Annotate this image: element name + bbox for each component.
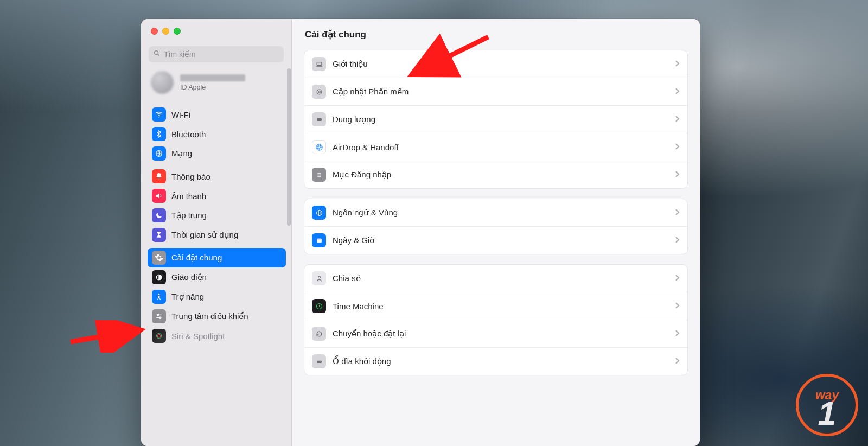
row-date-time[interactable]: Ngày & Giờ	[304, 226, 687, 254]
sidebar-item-label: Bluetooth	[171, 130, 206, 139]
laptop-icon	[312, 57, 326, 71]
sidebar-item-label: Trung tâm điều khiển	[171, 311, 248, 321]
sidebar-item-sound[interactable]: Âm thanh	[148, 186, 286, 206]
sidebar-item-label: Siri & Spotlight	[171, 332, 225, 341]
sliders-icon	[152, 309, 166, 323]
accessibility-icon	[152, 290, 166, 304]
svg-point-9	[159, 317, 161, 318]
svg-point-7	[157, 314, 158, 316]
sidebar-item-appearance[interactable]: Giao diện	[148, 267, 286, 287]
chevron-right-icon	[675, 302, 680, 311]
row-about[interactable]: Giới thiệu	[304, 50, 687, 78]
gear-icon	[152, 251, 166, 265]
svg-point-26	[318, 276, 320, 278]
sidebar-item-label: Tập trung	[171, 211, 207, 220]
chevron-right-icon	[675, 236, 680, 245]
row-label: Cập nhật Phần mềm	[333, 87, 668, 97]
svg-point-29	[320, 361, 321, 362]
svg-rect-16	[317, 118, 322, 121]
sidebar-item-notifications[interactable]: Thông báo	[148, 167, 286, 186]
airdrop-icon	[312, 140, 326, 154]
disk-icon	[312, 112, 326, 126]
row-label: Dung lượng	[333, 114, 668, 124]
svg-point-18	[317, 145, 321, 149]
account-name-redacted	[180, 74, 245, 81]
speaker-icon	[152, 189, 166, 203]
svg-rect-12	[317, 62, 322, 65]
row-label: AirDrop & Handoff	[333, 143, 668, 152]
watermark-logo: way 1	[796, 374, 858, 436]
row-label: Ngôn ngữ & Vùng	[333, 208, 668, 218]
search-input[interactable]	[164, 50, 279, 59]
svg-line-1	[158, 54, 159, 56]
zoom-window-button[interactable]	[174, 28, 181, 35]
row-startup-disk[interactable]: Ổ đĩa khởi động	[304, 347, 687, 375]
row-label: Mục Đăng nhập	[333, 170, 668, 180]
svg-point-14	[317, 90, 322, 94]
hourglass-icon	[152, 228, 166, 242]
sidebar-item-general[interactable]: Cài đặt chung	[148, 248, 286, 267]
chevron-right-icon	[675, 208, 680, 218]
svg-rect-25	[317, 238, 322, 240]
chevron-right-icon	[675, 143, 680, 152]
row-software-update[interactable]: Cập nhật Phần mềm	[304, 78, 687, 105]
moon-icon	[152, 208, 166, 222]
sidebar-item-network[interactable]: Mạng	[148, 144, 286, 163]
calendar-clock-icon	[312, 233, 326, 247]
search-icon	[153, 49, 161, 59]
row-transfer-reset[interactable]: Chuyển hoặc đặt lại	[304, 320, 687, 347]
account-subtitle: ID Apple	[180, 84, 245, 91]
bell-icon	[152, 169, 166, 183]
gear-refresh-icon	[312, 85, 326, 99]
close-window-button[interactable]	[151, 28, 158, 35]
svg-point-11	[157, 334, 161, 337]
sidebar-item-control-center[interactable]: Trung tâm điều khiển	[148, 307, 286, 326]
system-settings-window: ID Apple Wi-Fi Bluetooth	[141, 19, 700, 446]
row-label: Ổ đĩa khởi động	[333, 356, 668, 366]
reset-icon	[312, 327, 326, 341]
chevron-right-icon	[675, 60, 680, 69]
svg-text:1: 1	[818, 395, 837, 432]
sidebar-item-screentime[interactable]: Thời gian sử dụng	[148, 225, 286, 245]
timemachine-icon	[312, 299, 326, 313]
row-language-region[interactable]: Ngôn ngữ & Vùng	[304, 199, 687, 226]
row-time-machine[interactable]: Time Machine	[304, 292, 687, 320]
sidebar-item-focus[interactable]: Tập trung	[148, 206, 286, 225]
window-controls	[141, 19, 291, 43]
row-airdrop-handoff[interactable]: AirDrop & Handoff	[304, 133, 687, 161]
row-login-items[interactable]: Mục Đăng nhập	[304, 161, 687, 188]
siri-icon	[152, 329, 166, 343]
svg-point-15	[318, 91, 320, 93]
sidebar-item-bluetooth[interactable]: Bluetooth	[148, 124, 286, 144]
row-storage[interactable]: Dung lượng	[304, 105, 687, 133]
sidebar: ID Apple Wi-Fi Bluetooth	[141, 19, 292, 446]
chevron-right-icon	[675, 357, 680, 366]
wifi-icon	[152, 107, 166, 122]
search-field[interactable]	[149, 46, 284, 62]
page-title: Cài đặt chung	[304, 27, 688, 50]
avatar	[151, 71, 174, 94]
row-sharing[interactable]: Chia sẻ	[304, 265, 687, 292]
sidebar-apple-id[interactable]: ID Apple	[148, 68, 286, 101]
sidebar-scrollbar[interactable]	[287, 68, 291, 226]
settings-group-1: Giới thiệu Cập nhật Phần mềm Dung lượng	[304, 50, 688, 189]
sidebar-item-label: Thời gian sử dụng	[171, 230, 238, 240]
sidebar-item-accessibility[interactable]: Trợ năng	[148, 287, 286, 307]
bluetooth-icon	[152, 127, 166, 141]
row-label: Giới thiệu	[333, 59, 668, 69]
row-label: Chuyển hoặc đặt lại	[333, 329, 668, 339]
sidebar-item-label: Thông báo	[171, 172, 210, 181]
chevron-right-icon	[675, 329, 680, 339]
svg-point-2	[158, 117, 159, 118]
globe-icon	[312, 206, 326, 220]
svg-point-0	[155, 51, 158, 55]
chevron-right-icon	[675, 274, 680, 283]
main-content: Cài đặt chung Giới thiệu Cập nhật Phần m…	[292, 19, 700, 446]
minimize-window-button[interactable]	[162, 28, 169, 35]
list-icon	[312, 168, 326, 182]
sidebar-item-wifi[interactable]: Wi-Fi	[148, 105, 286, 124]
sidebar-item-label: Wi-Fi	[171, 110, 190, 119]
sidebar-item-siri-spotlight[interactable]: Siri & Spotlight	[148, 326, 286, 346]
chevron-right-icon	[675, 87, 680, 97]
settings-group-3: Chia sẻ Time Machine Chuyển hoặc đặt lại	[304, 264, 688, 375]
